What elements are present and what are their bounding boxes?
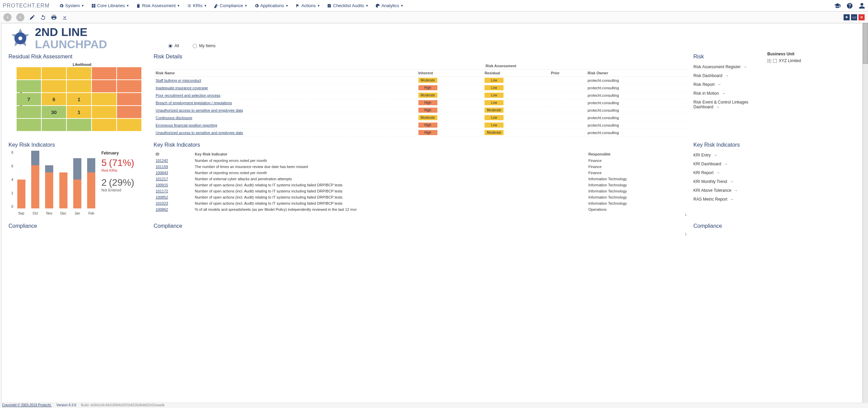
nav-label: Applications	[260, 3, 284, 8]
nav-label: Checklist Audits	[333, 3, 364, 8]
brand-suffix: .ERM	[35, 3, 50, 8]
maximize-button[interactable]: ▭	[851, 14, 857, 20]
gear-icon	[59, 3, 64, 8]
chevron-down-icon: ▼	[244, 4, 248, 7]
gavel-icon	[214, 3, 218, 8]
chevron-down-icon: ▼	[285, 4, 289, 7]
brand: PROTECHT.ERM	[3, 3, 50, 9]
nav-kris[interactable]: KRIs▼	[184, 2, 210, 10]
nav-compliance[interactable]: Compliance▼	[211, 2, 250, 10]
flag-icon	[295, 3, 300, 8]
nav-label: Analytics	[381, 3, 399, 8]
help-icon[interactable]	[846, 2, 853, 9]
nav-label: KRIs	[193, 3, 202, 8]
nav-label: System	[65, 3, 80, 8]
top-navbar: PROTECHT.ERM System▼Core Libraries▼Risk …	[0, 0, 868, 12]
nav-risk-assessment[interactable]: Risk Assessment▼	[133, 2, 183, 10]
nav-system[interactable]: System▼	[56, 2, 87, 10]
nav-forward-button[interactable]	[16, 13, 24, 21]
nav-label: Actions	[301, 3, 316, 8]
chevron-down-icon: ▼	[317, 4, 320, 7]
check-icon	[327, 3, 332, 8]
clipboard-icon	[136, 3, 141, 8]
chevron-down-icon: ▼	[177, 4, 180, 7]
chevron-down-icon: ▼	[81, 4, 84, 7]
nav-label: Compliance	[220, 3, 243, 8]
graduation-icon[interactable]	[834, 2, 841, 9]
edit-icon[interactable]	[29, 14, 35, 20]
nav-analytics[interactable]: Analytics▼	[373, 2, 406, 10]
toolbar: ★ ▭ ✕	[0, 12, 868, 23]
topbar-right	[834, 2, 865, 9]
favorite-button[interactable]: ★	[844, 14, 850, 20]
nav-core-libraries[interactable]: Core Libraries▼	[88, 2, 132, 10]
chevron-down-icon: ▼	[400, 4, 403, 7]
gear-icon	[254, 3, 259, 8]
grid-icon	[91, 3, 96, 8]
brand-name: PROTECHT	[3, 3, 35, 8]
chart-icon	[375, 3, 380, 8]
refresh-icon[interactable]	[40, 14, 46, 20]
nav-checklist-audits[interactable]: Checklist Audits▼	[324, 2, 371, 10]
nav-actions[interactable]: Actions▼	[293, 2, 323, 10]
close-button[interactable]: ✕	[859, 14, 865, 20]
nav-items: System▼Core Libraries▼Risk Assessment▼KR…	[56, 2, 406, 10]
nav-label: Risk Assessment	[142, 3, 176, 8]
nav-applications[interactable]: Applications▼	[252, 2, 291, 10]
chevron-down-icon: ▼	[366, 4, 369, 7]
nav-label: Core Libraries	[97, 3, 125, 8]
chevron-down-icon: ▼	[126, 4, 129, 7]
download-icon[interactable]	[62, 14, 68, 20]
user-icon[interactable]	[859, 2, 865, 9]
list-icon	[187, 3, 192, 8]
print-icon[interactable]	[51, 14, 57, 20]
chevron-down-icon: ▼	[204, 4, 207, 7]
nav-back-button[interactable]	[3, 13, 12, 21]
